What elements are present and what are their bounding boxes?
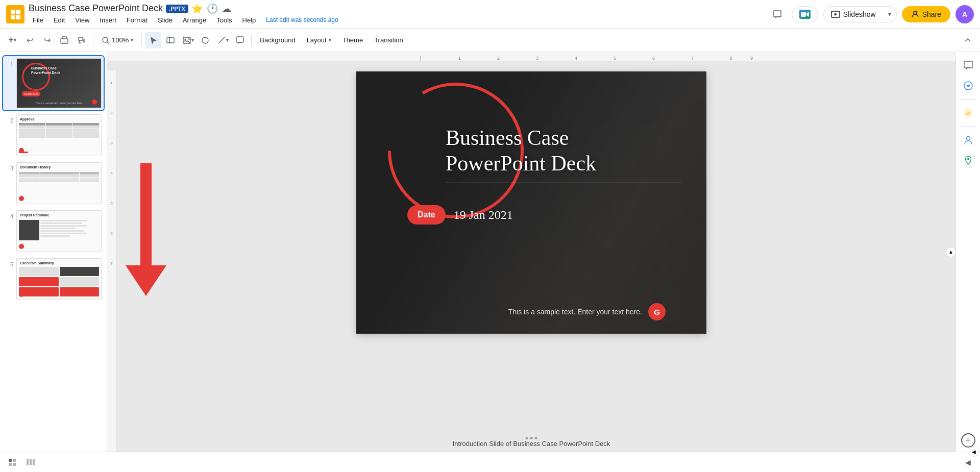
slide-thumbnail-5[interactable]: 5 Executive Summary: [3, 256, 104, 302]
s5-red-logo: [19, 292, 24, 297]
slide-num-1: 1: [5, 61, 13, 67]
svg-rect-11: [167, 38, 174, 43]
svg-rect-9: [79, 42, 81, 43]
menu-help[interactable]: Help: [238, 15, 260, 26]
zoom-dropdown-arrow: ▾: [131, 37, 133, 43]
share-button[interactable]: Share: [902, 6, 950, 22]
title-bar: Business Case PowerPoint Deck .PPTX ⭐ 🕐 …: [0, 0, 980, 29]
add-dropdown-arrow: ▾: [14, 37, 16, 43]
main-slide[interactable]: Business Case PowerPoint Deck Date 19 Ja…: [356, 71, 706, 334]
collapse-right-panel[interactable]: ▲: [946, 247, 955, 257]
menu-slide[interactable]: Slide: [154, 15, 177, 26]
canvas-area[interactable]: Business Case PowerPoint Deck Date 19 Ja…: [107, 61, 955, 452]
menu-file[interactable]: File: [29, 15, 47, 26]
svg-rect-22: [9, 459, 12, 462]
share-label: Share: [922, 10, 941, 18]
collapse-icon: ◀: [965, 458, 971, 466]
slide-preview-1: Business CasePowerPoint Deck 19 Jan 2021…: [16, 58, 102, 108]
slide-date-badge: Date: [407, 205, 446, 225]
sidebar-add-button[interactable]: +: [961, 433, 975, 448]
menu-insert[interactable]: Insert: [95, 15, 120, 26]
layout-button[interactable]: Layout ▾: [302, 34, 336, 46]
meet-icon: [799, 10, 811, 19]
s2-label: Approval: [20, 117, 35, 121]
text-box-icon: [166, 36, 175, 45]
sidebar-comments-button[interactable]: [959, 56, 977, 74]
ruler-h-inner: | 1 2 3 4 5 6 7 8 9: [420, 52, 770, 61]
sidebar-gemini-button[interactable]: [959, 77, 977, 95]
user-avatar[interactable]: A: [955, 5, 974, 23]
sidebar-contacts-button[interactable]: [959, 131, 977, 149]
ruler-tick-5: 5: [614, 56, 616, 61]
line-dropdown-arrow: ▾: [226, 37, 229, 43]
cloud-icon[interactable]: ☁: [222, 3, 231, 14]
print-button[interactable]: [56, 32, 72, 48]
svg-rect-2: [11, 15, 15, 19]
menu-view[interactable]: View: [71, 15, 93, 26]
sidebar-separator-1: [961, 99, 975, 100]
last-edit[interactable]: Last edit was seconds ago: [266, 16, 338, 23]
slide-title-divider: [446, 183, 681, 183]
slide-thumbnail-1[interactable]: 1 Business CasePowerPoint Deck 19 Jan 20…: [3, 56, 104, 110]
slideshow-grid-button[interactable]: [4, 454, 20, 470]
paintformat-icon: [77, 36, 86, 45]
comment-button[interactable]: [232, 32, 248, 48]
plus-icon: +: [965, 435, 971, 446]
paintformat-button[interactable]: [74, 32, 90, 48]
sidebar-tasks-icon: [963, 107, 974, 118]
menu-arrange[interactable]: Arrange: [179, 15, 210, 26]
ruler-tick-3: 3: [536, 56, 538, 61]
file-title-area: Business Case PowerPoint Deck .PPTX ⭐ 🕐 …: [29, 3, 764, 26]
redo-button[interactable]: ↪: [39, 32, 55, 48]
comments-button[interactable]: [768, 5, 787, 23]
sidebar-maps-button[interactable]: [959, 151, 977, 169]
s2-table: [19, 123, 99, 138]
svg-rect-27: [30, 459, 32, 465]
slideshow-button[interactable]: Slideshow: [824, 7, 883, 22]
image-button[interactable]: ▾: [180, 32, 196, 48]
svg-point-19: [964, 109, 972, 117]
zoom-icon: [102, 36, 110, 44]
zoom-label: 100%: [112, 36, 129, 44]
slide-thumbnail-2[interactable]: 2 Approval: [3, 112, 104, 158]
file-name: Business Case PowerPoint Deck: [29, 3, 163, 14]
shapes-button[interactable]: [197, 32, 213, 48]
s4-dark-block: [19, 220, 39, 240]
slide-thumbnail-4[interactable]: 4 Project Rationale: [3, 208, 104, 254]
meet-button[interactable]: [792, 6, 818, 22]
slide-thumbnail-3[interactable]: 3 Document History: [3, 160, 104, 206]
slide-date-value: 19 Jan 2021: [454, 208, 513, 222]
undo-button[interactable]: ↩: [21, 32, 38, 48]
sidebar-tasks-button[interactable]: [959, 104, 977, 122]
text-box-button[interactable]: [162, 32, 179, 48]
svg-line-15: [218, 37, 225, 43]
menu-tools[interactable]: Tools: [212, 15, 236, 26]
theme-button[interactable]: Theme: [337, 34, 368, 46]
app-logo[interactable]: [6, 5, 24, 23]
collapse-toolbar-button[interactable]: [960, 32, 976, 48]
slide-title-line1: Business Case: [446, 125, 681, 151]
cursor-tool-button[interactable]: [145, 32, 161, 48]
history-icon[interactable]: 🕐: [207, 3, 218, 14]
background-button[interactable]: Background: [255, 34, 300, 46]
s4-label: Project Rationale: [20, 213, 49, 217]
filmstrip-view-button[interactable]: [22, 454, 39, 470]
s3-table: [19, 172, 99, 183]
slideshow-dropdown-button[interactable]: ▾: [883, 7, 896, 21]
background-label: Background: [260, 36, 295, 44]
svg-rect-3: [16, 15, 20, 19]
layout-dropdown-arrow: ▾: [329, 37, 331, 43]
ruler-tick-0: |: [420, 56, 421, 61]
file-badge: .PPTX: [166, 5, 188, 13]
svg-point-21: [967, 158, 969, 160]
menu-edit[interactable]: Edit: [50, 15, 69, 26]
star-icon[interactable]: ⭐: [191, 3, 203, 14]
add-button[interactable]: + ▾: [4, 32, 20, 48]
line-button[interactable]: ▾: [214, 32, 231, 48]
comment-icon: [235, 36, 244, 45]
ruler-tick-6: 6: [652, 56, 655, 61]
slide-preview-2: Approval: [16, 114, 102, 156]
menu-format[interactable]: Format: [122, 15, 152, 26]
transition-button[interactable]: Transition: [369, 34, 408, 46]
zoom-button[interactable]: 100% ▾: [96, 34, 138, 46]
